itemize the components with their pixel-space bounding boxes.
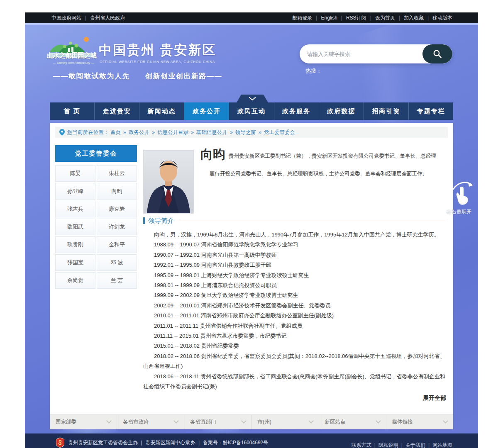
chevron-down-icon [106, 418, 112, 424]
leader-duty: 履行开投公司党委书记、董事长、总经理职责职权，主持公司党委、董事会和经理层全面工… [210, 170, 427, 178]
breadcrumb-items: 首页政务公开信息公开目录基础信息公开领导之窗党工委管委会 [110, 129, 295, 136]
nav-tab[interactable]: 新闻动态 [139, 102, 184, 120]
leader-name-button[interactable]: 耿贵刚 [55, 236, 95, 253]
expand-all-button[interactable]: 展开全部 [143, 394, 446, 402]
footer-link[interactable]: 隐私说明 [378, 442, 405, 448]
topbar-link[interactable]: 中国政府网站 [51, 15, 90, 22]
leader-name-button[interactable]: 许剑龙 [97, 219, 137, 235]
sidebar-category-header[interactable]: 党工委管委会 [55, 145, 137, 162]
leader-name-button[interactable]: 金和平 [97, 236, 137, 253]
nav-tab[interactable]: 政务服务 [274, 102, 319, 120]
bio-line: 2018.02 -- 2018.06 贵州省纪委常委，省监察委员会委员(其间：2… [143, 351, 446, 372]
chevron-down-icon [443, 418, 448, 424]
search-box [300, 44, 452, 63]
search-button[interactable] [422, 44, 452, 63]
search-input[interactable] [300, 44, 422, 63]
bio-section: 领导简介 向昀，男，汉族，1969年6月出生，河南光山人，1990年7月参加工作… [143, 217, 446, 402]
side-panel-expand-hint[interactable]: 碰右侧展开 [448, 178, 477, 215]
links-dropdown[interactable]: 市(州) [252, 415, 319, 429]
breadcrumb-prefix: 您当前所在位置： [67, 129, 109, 136]
leader-name-button[interactable]: 康克岩 [97, 201, 137, 217]
section-accent-bar [143, 217, 145, 224]
links-dropdown[interactable]: 各省市政府 [117, 415, 184, 429]
leader-name-button[interactable]: 张吉兵 [55, 201, 95, 217]
topbar-link[interactable]: 邮箱登录 [292, 15, 321, 22]
links-dropdown-label: 各省市政府 [123, 419, 149, 426]
nav-tab[interactable]: 走进贵安 [95, 102, 139, 120]
leader-portrait-photo [143, 150, 194, 214]
links-dropdown[interactable]: 新区站点 [319, 415, 386, 429]
topbar-right-links: 邮箱登录EnglishRSS订阅设为首页加入收藏移动版本 [292, 15, 452, 22]
breadcrumb-link[interactable]: 首页 [110, 129, 129, 136]
bio-line: 2011.11 -- 2015.01 贵州省六盘水市委常委，市纪委书记 [143, 331, 446, 341]
chevron-down-icon [249, 97, 256, 100]
bio-line: 1998.01 -- 1999.09 上海浦东联合信托投资公司职员 [143, 280, 446, 290]
links-dropdown[interactable]: 国家部委 [50, 415, 117, 429]
footer-link[interactable]: 网站地图 [432, 442, 452, 448]
site-page: 中国政府网站贵州省人民政府 邮箱登录EnglishRSS订阅设为首页加入收藏移动… [25, 12, 478, 448]
leader-name-grid: 陈晏朱桂云孙登峰向昀张吉兵康克岩欧阳武许剑龙耿贵刚金和平张国宝邓 波余尚贵兰 芸 [55, 165, 137, 289]
content-panel: 您当前所在位置： 首页政务公开信息公开目录基础信息公开领导之窗党工委管委会 党工… [50, 123, 453, 429]
top-bar: 中国政府网站贵州省人民政府 邮箱登录EnglishRSS订阅设为首页加入收藏移动… [25, 12, 478, 23]
topbar-link[interactable]: 加入收藏 [404, 15, 432, 22]
chevron-down-icon [308, 418, 314, 424]
leader-name-button[interactable]: 兰 芸 [97, 272, 137, 289]
topbar-link[interactable]: 贵州省人民政府 [90, 15, 125, 22]
bio-line: 2002.09 -- 2010.01 河南省郑州市经济技术开发区管委会副主任、党… [143, 301, 446, 311]
topbar-link[interactable]: RSS订阅 [346, 15, 375, 22]
site-header: 山水之都田园之城 Scenery Town,Pastoral City 中国贵州… [25, 25, 478, 102]
bio-line: 1999.09 -- 2002.09 复旦大学政治经济学专业攻读博士研究生 [143, 290, 446, 300]
leader-name-button[interactable]: 陈晏 [55, 165, 95, 182]
leader-name-button[interactable]: 向昀 [97, 183, 137, 200]
nav-tab[interactable]: 招商引资 [364, 102, 409, 120]
bio-line: 1995.09 -- 1998.01 上海财经大学政治经济学专业攻读硕士研究生 [143, 270, 446, 280]
nav-tab[interactable]: 政民互动 [229, 102, 274, 120]
bio-section-header: 领导简介 [143, 217, 446, 225]
panel-body: 党工委管委会 陈晏朱桂云孙登峰向昀张吉兵康克岩欧阳武许剑龙耿贵刚金和平张国宝邓 … [50, 138, 453, 414]
footer-link[interactable]: 关于我们 [405, 442, 432, 448]
location-pin-icon [59, 129, 65, 136]
leader-detail: 向昀 贵州贵安新区党工委副书记（兼），贵安新区开发投资有限公司党委书记、董事长、… [143, 145, 446, 162]
site-logo[interactable]: 山水之都田园之城 Scenery Town,Pastoral City [46, 36, 100, 75]
site-subtitle: OFFICIAL WEBSITE FOR GUIAN NEW AREA, GUI… [100, 60, 215, 64]
leader-name-button[interactable]: 欧阳武 [55, 219, 95, 235]
nav-expand-notch[interactable] [237, 95, 268, 102]
breadcrumb-link[interactable]: 基础信息公开 [196, 129, 235, 136]
breadcrumb-link[interactable]: 领导之窗 [235, 129, 264, 136]
leader-name: 向昀 [200, 147, 225, 162]
bio-line: 2010.01 -- 2011.01 河南省郑州市政府办公厅金融联络办公室副主任… [143, 311, 446, 321]
breadcrumb-link[interactable]: 政务公开 [129, 129, 157, 136]
leader-name-button[interactable]: 孙登峰 [55, 183, 95, 200]
breadcrumb-link[interactable]: 党工委管委会 [264, 129, 295, 136]
logo-tagline: Scenery Town,Pastoral City [46, 61, 100, 64]
footer-links: 联系方式隐私说明关于我们网站地图 [352, 442, 452, 448]
breadcrumb-link[interactable]: 信息公开目录 [157, 129, 196, 136]
search-icon [432, 49, 442, 59]
links-dropdown[interactable]: 媒体链接 [386, 415, 453, 429]
topbar-link[interactable]: 移动版本 [432, 15, 452, 22]
footer-link[interactable]: 联系方式 [352, 442, 378, 448]
leader-name-button[interactable]: 邓 波 [97, 254, 137, 271]
leader-name-button[interactable]: 朱桂云 [97, 165, 137, 182]
nav-tab[interactable]: 专题专栏 [409, 102, 453, 120]
bio-line: 1988.09 -- 1990.07 河南省信阳师范学院化学系化学专业学习 [143, 240, 446, 250]
leader-name-button[interactable]: 余尚贵 [55, 272, 95, 289]
links-dropdown-label: 市(州) [258, 419, 271, 426]
nav-tab[interactable]: 政务公开 [184, 102, 229, 120]
hot-search-label: 热搜： [305, 67, 322, 75]
nav-tab[interactable]: 政府数据 [319, 102, 364, 120]
site-slogan: ——敢闯敢试敢为人先 创新创业创出新路—— [53, 71, 222, 81]
chevron-down-icon [241, 418, 247, 424]
links-dropdown[interactable]: 各省直部门 [184, 415, 252, 429]
section-divider [181, 221, 446, 221]
nav-tab[interactable]: 首 页 [50, 102, 95, 120]
topbar-link[interactable]: English [321, 15, 346, 21]
leader-name-button[interactable]: 张国宝 [55, 254, 95, 271]
footer: 贵州贵安新区党工委管委会主办 ｜ 贵安新区新闻中心承办 ｜ 备案号：黔ICP备1… [25, 433, 478, 448]
footer-copyright: 贵州贵安新区党工委管委会主办 ｜ 贵安新区新闻中心承办 ｜ 备案号：黔ICP备1… [68, 439, 268, 446]
topbar-link[interactable]: 设为首页 [375, 15, 404, 22]
links-dropdown-label: 国家部委 [56, 419, 76, 426]
expand-hint-text: 碰右侧展开 [441, 208, 477, 215]
breadcrumb: 您当前所在位置： 首页政务公开信息公开目录基础信息公开领导之窗党工委管委会 [55, 127, 448, 138]
topbar-left-links: 中国政府网站贵州省人民政府 [51, 15, 125, 22]
